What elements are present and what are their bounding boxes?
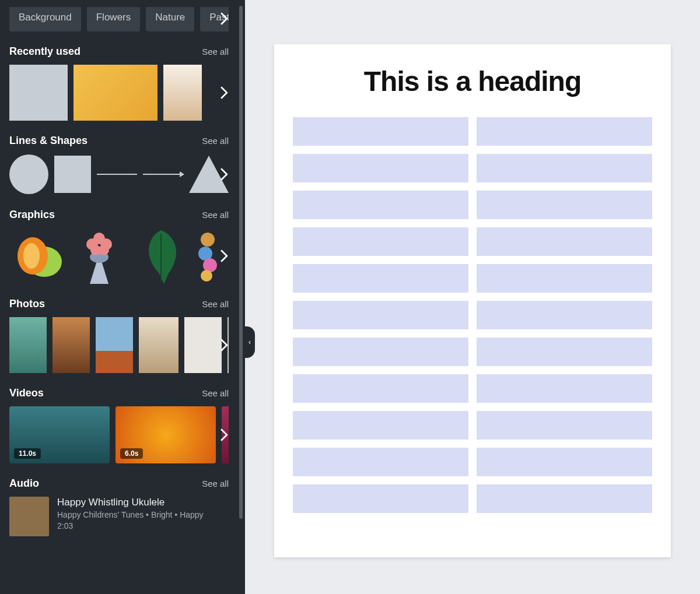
svg-point-8 [99,245,109,255]
table-cell[interactable] [293,301,468,329]
shape-square-icon[interactable] [54,156,91,193]
table-cell[interactable] [477,448,652,476]
section-graphics: Graphics See all [9,209,229,284]
photo-item[interactable] [139,317,178,373]
shape-line-icon[interactable] [97,174,137,175]
section-title: Recently used [9,45,80,58]
table-cell[interactable] [293,191,468,219]
table-cell[interactable] [293,154,468,182]
section-title: Graphics [9,209,55,221]
chips-scroll-right[interactable] [216,10,229,27]
table-cell[interactable] [477,264,652,293]
recent-item[interactable] [163,65,202,121]
see-all-link[interactable]: See all [202,479,229,488]
table-cell[interactable] [293,264,468,293]
graphic-item[interactable] [9,228,65,284]
section-audio: Audio See all Happy Whistling Ukulele Ha… [9,477,229,536]
svg-point-9 [201,233,215,247]
table-cell[interactable] [477,338,652,366]
see-all-link[interactable]: See all [202,388,229,398]
audio-subtitle: Happy Childrens' Tunes • Bright • Happy [57,509,204,521]
video-item[interactable]: 6.0s [116,406,216,463]
table-cell[interactable] [477,154,652,182]
table-cell[interactable] [293,374,468,403]
recent-item[interactable] [9,65,68,121]
svg-point-12 [201,270,212,282]
audio-title: Happy Whistling Ukulele [57,497,204,508]
graphic-item[interactable] [71,228,127,284]
section-title: Videos [9,387,44,399]
shape-circle-icon[interactable] [9,154,48,194]
shapes-scroll-right[interactable] [216,166,229,182]
graphics-scroll-right[interactable] [216,248,229,264]
design-page[interactable]: This is a heading [274,44,671,557]
section-title: Lines & Shapes [9,135,88,147]
audio-item[interactable]: Happy Whistling Ukulele Happy Childrens'… [9,497,229,536]
photo-item[interactable] [96,317,133,373]
chip-flowers[interactable]: Flowers [87,7,141,31]
section-title: Audio [9,477,39,490]
section-title: Photos [9,298,45,310]
table-cell[interactable] [477,301,652,329]
chevron-left-icon: ‹ [249,338,251,346]
see-all-link[interactable]: See all [202,136,229,146]
audio-duration: 2:03 [57,521,204,532]
table-cell[interactable] [477,484,652,513]
see-all-link[interactable]: See all [202,210,229,220]
chip-nature[interactable]: Nature [146,7,194,31]
photo-item[interactable] [9,317,47,373]
table-cell[interactable] [293,227,468,256]
canvas-area[interactable]: This is a heading [245,0,700,594]
svg-point-2 [23,243,40,269]
table-cell[interactable] [477,411,652,440]
table-cell[interactable] [293,484,468,513]
table-cell[interactable] [293,411,468,440]
table-cell[interactable] [477,117,652,146]
photo-item[interactable] [52,317,90,373]
graphic-item[interactable] [133,228,189,284]
section-photos: Photos See all [9,298,229,373]
video-duration: 11.0s [14,448,41,459]
recent-scroll-right[interactable] [216,85,229,101]
shape-arrow-icon[interactable] [143,174,183,175]
table-cell[interactable] [293,448,468,476]
table-cell[interactable] [293,117,468,146]
page-heading[interactable]: This is a heading [293,65,652,97]
recent-item[interactable] [74,65,158,121]
see-all-link[interactable]: See all [202,299,229,309]
table-cell[interactable] [477,374,652,403]
table-cell[interactable] [293,338,468,366]
photos-scroll-right[interactable] [216,337,229,353]
elements-panel: Background Flowers Nature Pastel b Recen… [0,0,245,594]
category-chips-row: Background Flowers Nature Pastel b [9,7,229,31]
videos-scroll-right[interactable] [216,427,229,443]
table-cell[interactable] [477,227,652,256]
see-all-link[interactable]: See all [202,47,229,57]
video-duration: 6.0s [120,448,143,459]
audio-thumbnail [9,497,49,536]
section-videos: Videos See all 11.0s 6.0s [9,387,229,463]
section-lines-shapes: Lines & Shapes See all [9,135,229,195]
chip-background[interactable]: Background [9,7,81,31]
table-cell[interactable] [477,191,652,219]
video-item[interactable]: 11.0s [9,406,110,463]
collapse-panel-button[interactable]: ‹ [244,326,255,358]
section-recently-used: Recently used See all [9,45,229,121]
